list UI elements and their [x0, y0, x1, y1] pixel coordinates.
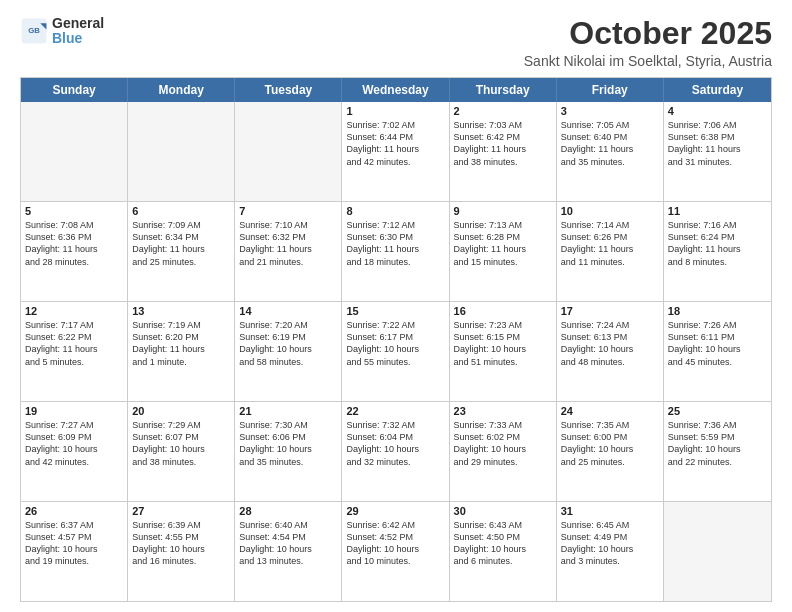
day-info: Sunrise: 6:45 AM Sunset: 4:49 PM Dayligh…	[561, 519, 659, 568]
day-number: 10	[561, 205, 659, 217]
day-number: 3	[561, 105, 659, 117]
header-cell-wednesday: Wednesday	[342, 78, 449, 102]
calendar-row-1: 5Sunrise: 7:08 AM Sunset: 6:36 PM Daylig…	[21, 201, 771, 301]
day-number: 27	[132, 505, 230, 517]
day-info: Sunrise: 7:02 AM Sunset: 6:44 PM Dayligh…	[346, 119, 444, 168]
calendar-title: October 2025	[524, 16, 772, 51]
day-number: 29	[346, 505, 444, 517]
day-number: 21	[239, 405, 337, 417]
calendar-cell: 18Sunrise: 7:26 AM Sunset: 6:11 PM Dayli…	[664, 302, 771, 401]
calendar: SundayMondayTuesdayWednesdayThursdayFrid…	[20, 77, 772, 602]
calendar-cell: 12Sunrise: 7:17 AM Sunset: 6:22 PM Dayli…	[21, 302, 128, 401]
day-info: Sunrise: 7:33 AM Sunset: 6:02 PM Dayligh…	[454, 419, 552, 468]
calendar-cell	[128, 102, 235, 201]
day-number: 11	[668, 205, 767, 217]
day-info: Sunrise: 7:20 AM Sunset: 6:19 PM Dayligh…	[239, 319, 337, 368]
day-number: 31	[561, 505, 659, 517]
day-number: 1	[346, 105, 444, 117]
calendar-cell: 9Sunrise: 7:13 AM Sunset: 6:28 PM Daylig…	[450, 202, 557, 301]
day-info: Sunrise: 7:05 AM Sunset: 6:40 PM Dayligh…	[561, 119, 659, 168]
day-number: 26	[25, 505, 123, 517]
calendar-row-3: 19Sunrise: 7:27 AM Sunset: 6:09 PM Dayli…	[21, 401, 771, 501]
header-cell-monday: Monday	[128, 78, 235, 102]
day-number: 22	[346, 405, 444, 417]
day-info: Sunrise: 7:22 AM Sunset: 6:17 PM Dayligh…	[346, 319, 444, 368]
calendar-cell: 1Sunrise: 7:02 AM Sunset: 6:44 PM Daylig…	[342, 102, 449, 201]
day-number: 5	[25, 205, 123, 217]
day-info: Sunrise: 7:12 AM Sunset: 6:30 PM Dayligh…	[346, 219, 444, 268]
day-info: Sunrise: 7:08 AM Sunset: 6:36 PM Dayligh…	[25, 219, 123, 268]
day-info: Sunrise: 6:40 AM Sunset: 4:54 PM Dayligh…	[239, 519, 337, 568]
day-info: Sunrise: 6:43 AM Sunset: 4:50 PM Dayligh…	[454, 519, 552, 568]
day-number: 19	[25, 405, 123, 417]
logo-general: General	[52, 16, 104, 31]
header-cell-saturday: Saturday	[664, 78, 771, 102]
day-number: 23	[454, 405, 552, 417]
calendar-cell: 8Sunrise: 7:12 AM Sunset: 6:30 PM Daylig…	[342, 202, 449, 301]
calendar-cell: 3Sunrise: 7:05 AM Sunset: 6:40 PM Daylig…	[557, 102, 664, 201]
header-cell-tuesday: Tuesday	[235, 78, 342, 102]
title-block: October 2025 Sankt Nikolai im Soelktal, …	[524, 16, 772, 69]
calendar-cell: 20Sunrise: 7:29 AM Sunset: 6:07 PM Dayli…	[128, 402, 235, 501]
calendar-cell: 16Sunrise: 7:23 AM Sunset: 6:15 PM Dayli…	[450, 302, 557, 401]
day-number: 24	[561, 405, 659, 417]
day-info: Sunrise: 7:16 AM Sunset: 6:24 PM Dayligh…	[668, 219, 767, 268]
day-info: Sunrise: 6:37 AM Sunset: 4:57 PM Dayligh…	[25, 519, 123, 568]
day-number: 28	[239, 505, 337, 517]
day-info: Sunrise: 7:10 AM Sunset: 6:32 PM Dayligh…	[239, 219, 337, 268]
calendar-cell: 31Sunrise: 6:45 AM Sunset: 4:49 PM Dayli…	[557, 502, 664, 601]
day-number: 20	[132, 405, 230, 417]
calendar-cell: 28Sunrise: 6:40 AM Sunset: 4:54 PM Dayli…	[235, 502, 342, 601]
day-number: 25	[668, 405, 767, 417]
page: GB General Blue October 2025 Sankt Nikol…	[0, 0, 792, 612]
calendar-cell	[21, 102, 128, 201]
day-info: Sunrise: 7:36 AM Sunset: 5:59 PM Dayligh…	[668, 419, 767, 468]
day-number: 18	[668, 305, 767, 317]
calendar-cell: 19Sunrise: 7:27 AM Sunset: 6:09 PM Dayli…	[21, 402, 128, 501]
calendar-cell: 13Sunrise: 7:19 AM Sunset: 6:20 PM Dayli…	[128, 302, 235, 401]
calendar-cell: 11Sunrise: 7:16 AM Sunset: 6:24 PM Dayli…	[664, 202, 771, 301]
day-info: Sunrise: 7:24 AM Sunset: 6:13 PM Dayligh…	[561, 319, 659, 368]
day-info: Sunrise: 6:39 AM Sunset: 4:55 PM Dayligh…	[132, 519, 230, 568]
calendar-cell: 4Sunrise: 7:06 AM Sunset: 6:38 PM Daylig…	[664, 102, 771, 201]
day-number: 17	[561, 305, 659, 317]
day-info: Sunrise: 7:30 AM Sunset: 6:06 PM Dayligh…	[239, 419, 337, 468]
calendar-cell: 6Sunrise: 7:09 AM Sunset: 6:34 PM Daylig…	[128, 202, 235, 301]
calendar-cell: 29Sunrise: 6:42 AM Sunset: 4:52 PM Dayli…	[342, 502, 449, 601]
logo-blue: Blue	[52, 31, 104, 46]
day-info: Sunrise: 7:29 AM Sunset: 6:07 PM Dayligh…	[132, 419, 230, 468]
calendar-cell: 26Sunrise: 6:37 AM Sunset: 4:57 PM Dayli…	[21, 502, 128, 601]
day-info: Sunrise: 7:19 AM Sunset: 6:20 PM Dayligh…	[132, 319, 230, 368]
logo: GB General Blue	[20, 16, 104, 47]
calendar-cell	[664, 502, 771, 601]
logo-icon: GB	[20, 17, 48, 45]
calendar-header-row: SundayMondayTuesdayWednesdayThursdayFrid…	[21, 78, 771, 102]
day-number: 14	[239, 305, 337, 317]
day-number: 4	[668, 105, 767, 117]
day-info: Sunrise: 7:14 AM Sunset: 6:26 PM Dayligh…	[561, 219, 659, 268]
day-info: Sunrise: 7:27 AM Sunset: 6:09 PM Dayligh…	[25, 419, 123, 468]
day-number: 7	[239, 205, 337, 217]
day-info: Sunrise: 7:09 AM Sunset: 6:34 PM Dayligh…	[132, 219, 230, 268]
calendar-cell: 14Sunrise: 7:20 AM Sunset: 6:19 PM Dayli…	[235, 302, 342, 401]
day-number: 13	[132, 305, 230, 317]
day-info: Sunrise: 7:17 AM Sunset: 6:22 PM Dayligh…	[25, 319, 123, 368]
calendar-cell: 2Sunrise: 7:03 AM Sunset: 6:42 PM Daylig…	[450, 102, 557, 201]
day-info: Sunrise: 7:32 AM Sunset: 6:04 PM Dayligh…	[346, 419, 444, 468]
calendar-subtitle: Sankt Nikolai im Soelktal, Styria, Austr…	[524, 53, 772, 69]
calendar-cell: 24Sunrise: 7:35 AM Sunset: 6:00 PM Dayli…	[557, 402, 664, 501]
day-info: Sunrise: 6:42 AM Sunset: 4:52 PM Dayligh…	[346, 519, 444, 568]
day-number: 12	[25, 305, 123, 317]
day-number: 16	[454, 305, 552, 317]
day-info: Sunrise: 7:13 AM Sunset: 6:28 PM Dayligh…	[454, 219, 552, 268]
calendar-row-0: 1Sunrise: 7:02 AM Sunset: 6:44 PM Daylig…	[21, 102, 771, 201]
svg-text:GB: GB	[28, 26, 40, 35]
day-info: Sunrise: 7:23 AM Sunset: 6:15 PM Dayligh…	[454, 319, 552, 368]
day-number: 6	[132, 205, 230, 217]
calendar-cell: 21Sunrise: 7:30 AM Sunset: 6:06 PM Dayli…	[235, 402, 342, 501]
calendar-cell: 25Sunrise: 7:36 AM Sunset: 5:59 PM Dayli…	[664, 402, 771, 501]
calendar-row-2: 12Sunrise: 7:17 AM Sunset: 6:22 PM Dayli…	[21, 301, 771, 401]
header-cell-sunday: Sunday	[21, 78, 128, 102]
day-number: 30	[454, 505, 552, 517]
calendar-cell: 30Sunrise: 6:43 AM Sunset: 4:50 PM Dayli…	[450, 502, 557, 601]
